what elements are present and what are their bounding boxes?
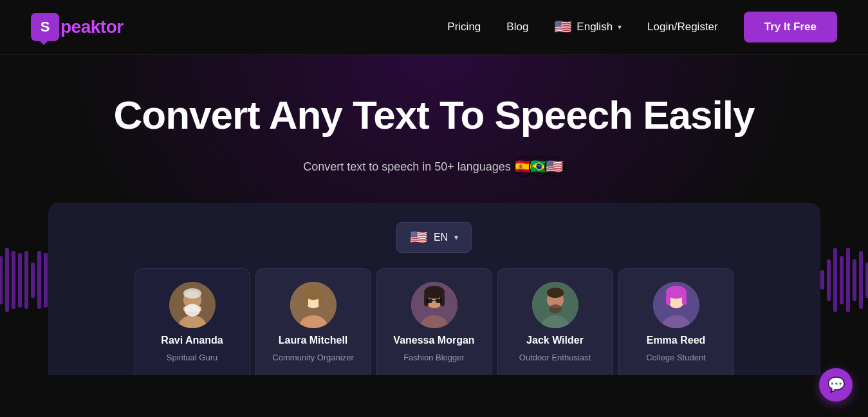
svg-point-24 bbox=[547, 288, 564, 298]
avatar-emma bbox=[653, 282, 699, 328]
nav-links: Pricing Blog 🇺🇸 English ▾ Login/Register… bbox=[447, 12, 837, 42]
hero-title: Convert Any Text To Speech Easily bbox=[31, 93, 837, 137]
wave-bar bbox=[833, 248, 837, 312]
wave-bar bbox=[37, 251, 41, 309]
wave-bar bbox=[18, 253, 22, 308]
language-selector[interactable]: 🇺🇸 English ▾ bbox=[554, 19, 622, 35]
language-label: English bbox=[577, 21, 613, 33]
pricing-link[interactable]: Pricing bbox=[447, 21, 481, 33]
voice-name-emma: Emma Reed bbox=[647, 335, 706, 346]
flags-group: 🇪🇸 🇧🇷 🇺🇸 bbox=[519, 156, 565, 177]
wave-bar bbox=[31, 263, 35, 298]
wave-bar bbox=[44, 253, 48, 308]
voice-card-vanessa[interactable]: Vanessa Morgan Fashion Blogger bbox=[376, 268, 492, 375]
svg-rect-19 bbox=[436, 299, 442, 303]
voice-card-emma[interactable]: Emma Reed College Student bbox=[618, 268, 734, 375]
hero-subtitle: Convert text to speech in 50+ languages … bbox=[31, 156, 837, 177]
blog-link[interactable]: Blog bbox=[506, 21, 528, 33]
svg-point-5 bbox=[183, 288, 201, 299]
try-free-button[interactable]: Try It Free bbox=[744, 12, 837, 42]
subtitle-text: Convert text to speech in 50+ languages bbox=[303, 160, 511, 174]
avatar-laura bbox=[290, 282, 337, 328]
app-preview-container: 🇺🇸 EN ▾ bbox=[31, 203, 837, 375]
wave-bar bbox=[827, 259, 831, 301]
wave-bar bbox=[846, 248, 850, 312]
hero-section: Convert Any Text To Speech Easily Conver… bbox=[0, 55, 868, 394]
svg-point-25 bbox=[549, 304, 562, 313]
wave-bar bbox=[12, 251, 15, 309]
svg-rect-31 bbox=[682, 293, 687, 305]
chat-icon: 💬 bbox=[827, 376, 845, 393]
app-flag-icon: 🇺🇸 bbox=[410, 229, 427, 246]
voice-card-jack[interactable]: Jack Wilder Outdoor Enthusiast bbox=[497, 268, 613, 375]
flag-usa: 🇺🇸 bbox=[544, 156, 565, 177]
svg-point-4 bbox=[185, 304, 200, 317]
voice-card-laura[interactable]: Laura Mitchell Community Organizer bbox=[255, 268, 371, 375]
app-chevron-down-icon: ▾ bbox=[454, 233, 458, 242]
voice-role-laura: Community Organizer bbox=[272, 353, 353, 362]
language-dropdown-inner[interactable]: 🇺🇸 EN ▾ bbox=[396, 222, 472, 253]
login-register-link[interactable]: Login/Register bbox=[647, 21, 718, 33]
wave-bar bbox=[853, 259, 856, 301]
chat-bubble-button[interactable]: 💬 bbox=[819, 368, 853, 402]
svg-rect-18 bbox=[426, 299, 432, 303]
chevron-down-icon: ▾ bbox=[618, 23, 622, 32]
wave-bar bbox=[820, 270, 824, 290]
voice-name-laura: Laura Mitchell bbox=[279, 335, 348, 346]
logo[interactable]: S peaktor bbox=[31, 13, 124, 41]
voice-name-vanessa: Vanessa Morgan bbox=[393, 335, 474, 346]
svg-rect-10 bbox=[304, 296, 308, 306]
voice-role-ravi: Spiritual Guru bbox=[167, 353, 217, 362]
logo-text: peaktor bbox=[60, 17, 124, 37]
voice-role-jack: Outdoor Enthusiast bbox=[519, 353, 591, 362]
voice-role-emma: College Student bbox=[646, 353, 706, 362]
wave-bar bbox=[865, 263, 868, 298]
app-language-dropdown[interactable]: 🇺🇸 EN ▾ bbox=[61, 222, 808, 253]
wave-bar bbox=[0, 256, 3, 304]
voice-card-ravi[interactable]: Ravi Ananda Spiritual Guru bbox=[134, 268, 250, 375]
app-preview: 🇺🇸 EN ▾ bbox=[48, 203, 820, 375]
wave-bar bbox=[24, 251, 28, 309]
avatar-jack bbox=[532, 282, 578, 328]
svg-rect-30 bbox=[666, 293, 670, 305]
wave-bar bbox=[5, 248, 9, 312]
wave-bar bbox=[859, 251, 863, 309]
avatar-vanessa bbox=[411, 282, 457, 328]
logo-letter: S bbox=[41, 19, 50, 35]
svg-rect-20 bbox=[432, 300, 436, 301]
wave-bar bbox=[840, 256, 844, 304]
svg-rect-11 bbox=[319, 296, 322, 306]
navbar: S peaktor Pricing Blog 🇺🇸 English ▾ Logi… bbox=[0, 0, 868, 55]
avatar-ravi bbox=[169, 282, 216, 328]
flag-icon: 🇺🇸 bbox=[554, 19, 571, 35]
logo-icon: S bbox=[31, 13, 59, 41]
voice-name-jack: Jack Wilder bbox=[526, 335, 584, 346]
voice-cards-container: Ravi Ananda Spiritual Guru bbox=[61, 268, 808, 375]
voice-name-ravi: Ravi Ananda bbox=[161, 335, 223, 346]
app-language-code: EN bbox=[434, 232, 448, 243]
voice-role-vanessa: Fashion Blogger bbox=[403, 353, 465, 362]
